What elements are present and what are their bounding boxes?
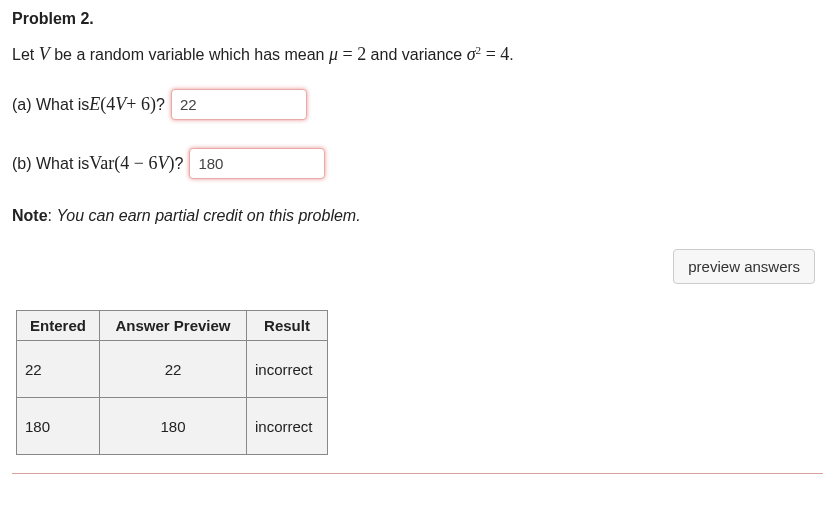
symbol-mu: μ	[329, 44, 338, 64]
variance-value: 4	[500, 44, 509, 64]
part-b: (b) What is Var(4 − 6V)?	[12, 148, 823, 179]
expr: (4 − 6	[114, 153, 157, 174]
operator-E: E	[89, 94, 100, 115]
period: .	[509, 46, 513, 63]
col-entered: Entered	[17, 311, 100, 341]
variable-V: V	[39, 44, 50, 64]
part-a: (a) What is E(4V + 6)?	[12, 89, 823, 120]
question-mark: ?	[156, 96, 165, 114]
results-table: Entered Answer Preview Result 22 22 inco…	[16, 310, 328, 455]
stem-text: Let	[12, 46, 39, 63]
variable-V: V	[115, 94, 126, 115]
part-b-label: (b) What is	[12, 155, 89, 173]
preview-answers-button[interactable]: preview answers	[673, 249, 815, 284]
table-row: 180 180 incorrect	[17, 398, 328, 455]
mean-value: 2	[357, 44, 366, 64]
question-mark: ?	[175, 155, 184, 173]
problem-stem: Let V be a random variable which has mea…	[12, 42, 823, 67]
cell-entered: 22	[17, 341, 100, 398]
partial-credit-note: Note: You can earn partial credit on thi…	[12, 207, 823, 225]
stem-text: and variance	[366, 46, 467, 63]
answer-input-b[interactable]	[189, 148, 325, 179]
problem-title: Problem 2.	[12, 10, 823, 28]
table-row: 22 22 incorrect	[17, 341, 328, 398]
stem-text: be a random variable which has mean	[50, 46, 329, 63]
cell-result: incorrect	[247, 398, 328, 455]
equals: =	[481, 44, 500, 64]
note-text: You can earn partial credit on this prob…	[56, 207, 360, 224]
expr: + 6)	[126, 94, 156, 115]
cell-preview: 22	[100, 341, 247, 398]
results-header-row: Entered Answer Preview Result	[17, 311, 328, 341]
cell-entered: 180	[17, 398, 100, 455]
variable-V: V	[158, 153, 169, 174]
expr: (4	[100, 94, 115, 115]
col-preview: Answer Preview	[100, 311, 247, 341]
cell-preview: 180	[100, 398, 247, 455]
divider	[12, 473, 823, 474]
answer-input-a[interactable]	[171, 89, 307, 120]
preview-row: preview answers	[12, 249, 823, 284]
symbol-sigma: σ	[467, 44, 476, 64]
col-result: Result	[247, 311, 328, 341]
note-label: Note	[12, 207, 48, 224]
operator-Var: Var	[89, 153, 114, 174]
equals: =	[338, 44, 357, 64]
cell-result: incorrect	[247, 341, 328, 398]
part-a-label: (a) What is	[12, 96, 89, 114]
